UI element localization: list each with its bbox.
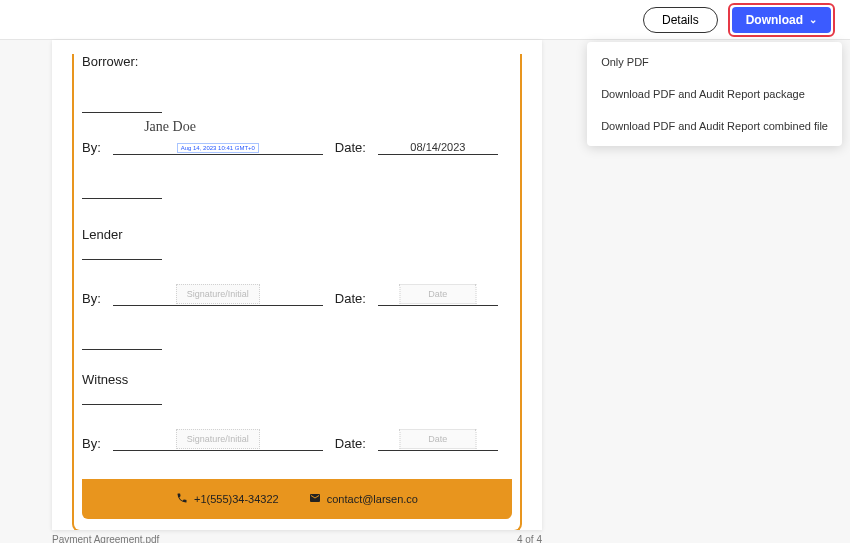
borrower-signed-name: Jane Doe — [100, 119, 240, 135]
download-dropdown: Only PDF Download PDF and Audit Report p… — [587, 42, 842, 146]
borrower-date-line: 08/14/2023 — [378, 135, 498, 155]
lender-signature-placeholder: Signature/Initial — [176, 284, 260, 304]
phone-icon — [176, 492, 188, 507]
email-icon — [309, 492, 321, 507]
lender-heading: Lender — [82, 227, 512, 242]
witness-date-label: Date: — [335, 436, 366, 451]
lender-date-placeholder: Date — [399, 284, 476, 304]
lender-by-label: By: — [82, 291, 101, 306]
witness-heading: Witness — [82, 372, 512, 387]
download-highlight: Download ⌄ — [728, 3, 835, 37]
lender-underline — [82, 244, 162, 260]
borrower-underline — [82, 97, 162, 113]
lender-signature-line[interactable]: Signature/Initial — [113, 286, 323, 306]
lender-signature-row: By: Signature/Initial Date: Date — [82, 286, 512, 306]
viewer-footer: Payment Agreement.pdf 4 of 4 — [52, 534, 542, 543]
borrower-signature-line: Aug 14, 2023 10:41 GMT+0 — [113, 135, 323, 155]
witness-date-placeholder: Date — [399, 429, 476, 449]
lender-date-label: Date: — [335, 291, 366, 306]
borrower-date-label: Date: — [335, 140, 366, 155]
download-option-package[interactable]: Download PDF and Audit Report package — [587, 78, 842, 110]
chevron-down-icon: ⌄ — [809, 14, 817, 25]
footer-phone: +1(555)34-34322 — [176, 492, 279, 507]
page-indicator: 4 of 4 — [517, 534, 542, 543]
borrower-signature-stamp: Aug 14, 2023 10:41 GMT+0 — [177, 143, 259, 153]
witness-signature-row: By: Signature/Initial Date: Date — [82, 431, 512, 451]
borrower-underline2 — [82, 183, 162, 199]
top-toolbar: Details Download ⌄ — [0, 0, 850, 40]
lender-underline2 — [82, 334, 162, 350]
witness-signature-line[interactable]: Signature/Initial — [113, 431, 323, 451]
lender-date-line[interactable]: Date — [378, 286, 498, 306]
borrower-by-label: By: — [82, 140, 101, 155]
footer-email: contact@larsen.co — [309, 492, 418, 507]
witness-underline — [82, 389, 162, 405]
download-button[interactable]: Download ⌄ — [732, 7, 831, 33]
borrower-signature-row: By: Aug 14, 2023 10:41 GMT+0 Date: 08/14… — [82, 135, 512, 155]
details-button[interactable]: Details — [643, 7, 718, 33]
download-option-combined[interactable]: Download PDF and Audit Report combined f… — [587, 110, 842, 142]
document-footer: +1(555)34-34322 contact@larsen.co — [82, 479, 512, 519]
footer-phone-text: +1(555)34-34322 — [194, 493, 279, 505]
document-content: Borrower: Jane Doe By: Aug 14, 2023 10:4… — [72, 54, 522, 530]
document-filename: Payment Agreement.pdf — [52, 534, 159, 543]
footer-email-text: contact@larsen.co — [327, 493, 418, 505]
download-button-label: Download — [746, 13, 803, 27]
witness-date-line[interactable]: Date — [378, 431, 498, 451]
witness-by-label: By: — [82, 436, 101, 451]
borrower-heading: Borrower: — [82, 54, 512, 69]
witness-signature-placeholder: Signature/Initial — [176, 429, 260, 449]
download-option-pdf[interactable]: Only PDF — [587, 46, 842, 78]
document-page: Borrower: Jane Doe By: Aug 14, 2023 10:4… — [52, 40, 542, 530]
borrower-date-value: 08/14/2023 — [410, 141, 465, 153]
